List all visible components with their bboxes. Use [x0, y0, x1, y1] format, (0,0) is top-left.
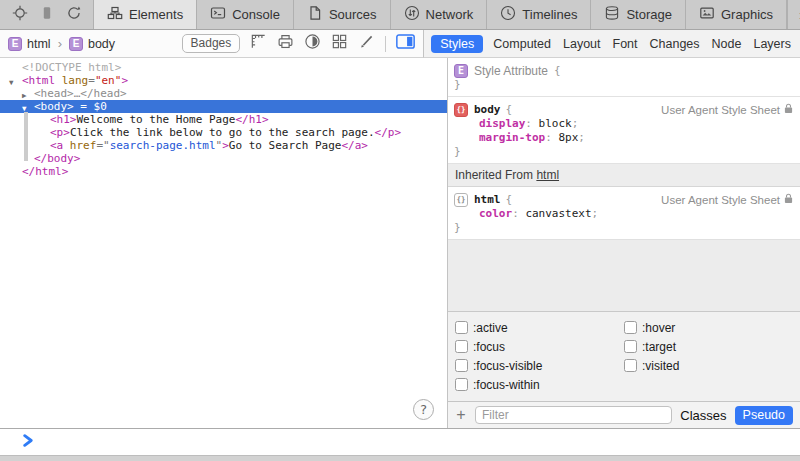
device-settings-button[interactable] [33, 0, 60, 29]
close-brace: } [454, 78, 794, 92]
style-attribute-title[interactable]: Style Attribute [474, 64, 548, 78]
pseudo-checkbox-focus-visible[interactable] [455, 359, 468, 372]
grid-overlay-button[interactable] [331, 33, 348, 54]
pseudo-checkbox-active[interactable] [455, 321, 468, 334]
dom-token: search-page.html [110, 139, 216, 152]
sidebar-tab-node[interactable]: Node [710, 35, 744, 53]
dom-tree-row[interactable]: <h1>Welcome to the Home Page</h1> [0, 113, 447, 126]
tab-graphics[interactable]: Graphics [685, 0, 787, 29]
edit-mode-button[interactable] [358, 33, 375, 54]
breadcrumb-label: body [88, 37, 115, 51]
property-name: color [479, 207, 512, 220]
tab-timelines[interactable]: Timelines [486, 0, 590, 29]
dom-token: Welcome to the Home Page [77, 113, 236, 126]
sidebar-right-icon [396, 34, 415, 53]
timelines-icon [500, 5, 516, 24]
console-icon [210, 5, 226, 24]
property-value: canvastext [525, 207, 591, 220]
pseudo-checkbox-focus[interactable] [455, 340, 468, 353]
property-value: block [539, 117, 572, 130]
rule-selector[interactable]: html [474, 193, 501, 206]
content-area: <!DOCTYPE html>▼<html lang="en">▶<head>…… [0, 58, 800, 428]
dom-tree-row[interactable]: </body> [0, 152, 447, 165]
pseudo-class-row: :target [624, 337, 793, 356]
sidebar-tab-layout[interactable]: Layout [561, 35, 603, 53]
network-icon [404, 5, 420, 24]
css-property[interactable]: color: canvastext; [454, 207, 794, 221]
css-property[interactable]: display: block; [454, 117, 794, 131]
pseudo-checkbox-target[interactable] [624, 340, 637, 353]
open-brace: { [506, 193, 513, 206]
help-button[interactable]: ? [413, 399, 434, 420]
pseudo-label: :focus-within [473, 378, 540, 392]
new-rule-button[interactable]: + [455, 407, 467, 423]
open-brace: { [554, 64, 561, 77]
property-name: margin-top [479, 131, 545, 144]
tab-label: Console [232, 7, 280, 22]
reload-page-button[interactable] [60, 0, 87, 29]
breadcrumb-item-body[interactable]: Ebody [69, 37, 115, 51]
pseudo-class-row: :hover [624, 318, 793, 337]
dom-token: Go to Search Page [229, 139, 342, 152]
sidebar-tab-changes[interactable]: Changes [648, 35, 702, 53]
classes-button[interactable]: Classes [680, 408, 726, 423]
breadcrumb-item-html[interactable]: Ehtml [8, 37, 51, 51]
css-property[interactable]: margin-top: 8px; [454, 131, 794, 145]
rule-source: User Agent Style Sheet [661, 193, 793, 206]
dom-token: = $0 [74, 100, 107, 113]
close-brace: } [454, 221, 794, 235]
details-sidebar-toggle[interactable] [396, 34, 415, 53]
dom-tree-row[interactable]: <!DOCTYPE html> [0, 61, 447, 74]
dom-token: <h1> [50, 113, 77, 126]
lock-icon [784, 193, 793, 206]
tab-console[interactable]: Console [196, 0, 293, 29]
dom-tree-row[interactable]: <a href="search-page.html">Go to Search … [0, 139, 447, 152]
dom-token: </h1> [235, 113, 268, 126]
print-styles-button[interactable] [277, 33, 294, 54]
styles-footer-bar: + Classes Pseudo [448, 401, 800, 428]
sidebar-tab-styles[interactable]: Styles [431, 35, 483, 53]
console-prompt-bar[interactable] [0, 428, 800, 455]
rulers-button[interactable] [250, 33, 267, 54]
sources-icon [307, 5, 323, 24]
pseudo-checkbox-hover[interactable] [624, 321, 637, 334]
window-bottom-edge [0, 455, 800, 461]
sidebar-tab-font[interactable]: Font [611, 35, 640, 53]
appearance-button[interactable] [304, 33, 321, 54]
tab-elements[interactable]: Elements [93, 0, 196, 29]
close-brace: } [454, 145, 794, 159]
pseudo-classes-section: :active:focus:focus-visible:focus-within… [448, 312, 800, 401]
style-filter-input[interactable] [475, 406, 672, 424]
styles-empty-area [448, 239, 800, 312]
inspect-element-button[interactable] [6, 0, 33, 29]
tab-sources[interactable]: Sources [293, 0, 390, 29]
dom-tree-row[interactable]: ▼<body> = $0 [0, 100, 447, 113]
pseudo-checkbox-visited[interactable] [624, 359, 637, 372]
rule-selector[interactable]: body [474, 103, 501, 116]
inherited-element-link[interactable]: html [536, 168, 559, 182]
details-sidebar-tabs: StylesComputedLayoutFontChangesNodeLayer… [424, 30, 800, 58]
property-name: display [479, 117, 525, 130]
graphics-icon [699, 5, 715, 24]
more-tabs-button[interactable]: » [787, 0, 800, 29]
dom-tree-row[interactable]: <p>Click the link below to go to the sea… [0, 126, 447, 139]
web-inspector-window: ElementsConsoleSourcesNetworkTimelinesSt… [0, 0, 800, 461]
tab-network[interactable]: Network [390, 0, 487, 29]
dom-token: <p> [50, 126, 70, 139]
rule-source: User Agent Style Sheet [661, 103, 793, 116]
dom-tree-row[interactable]: </html> [0, 165, 447, 178]
badges-button[interactable]: Badges [182, 34, 241, 53]
dom-token: <head>…</head> [34, 87, 127, 100]
lock-icon [784, 103, 793, 116]
pseudo-checkbox-focus-within[interactable] [455, 378, 468, 391]
sidebar-tab-computed[interactable]: Computed [491, 35, 553, 53]
dom-token: <a [50, 139, 63, 152]
dom-tree-row[interactable]: ▼<html lang="en"> [0, 74, 447, 87]
dom-tree-row[interactable]: ▶<head>…</head> [0, 87, 447, 100]
tab-label: Timelines [522, 7, 577, 22]
sidebar-tab-layers[interactable]: Layers [751, 35, 793, 53]
css-rule-body: {} body { display: block;margin-top: 8px… [448, 97, 800, 164]
tab-storage[interactable]: Storage [590, 0, 685, 29]
css-rule-badge-icon: {} [454, 103, 468, 117]
pseudo-button[interactable]: Pseudo [735, 406, 793, 425]
